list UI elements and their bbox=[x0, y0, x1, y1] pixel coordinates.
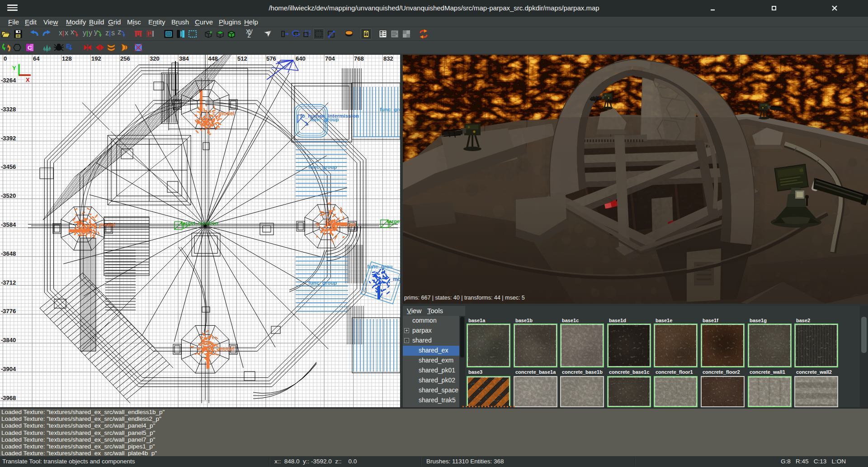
svg-text:_mod: _mod bbox=[389, 276, 400, 282]
svg-text:func_group: func_group bbox=[308, 164, 337, 170]
svg-text:-3776: -3776 bbox=[1, 308, 16, 315]
svg-text:192: 192 bbox=[91, 55, 101, 62]
svg-text:X: X bbox=[26, 76, 30, 83]
svg-text:512: 512 bbox=[237, 55, 247, 62]
svg-text:sc_model: sc_model bbox=[90, 222, 115, 228]
svg-text:z: z bbox=[105, 29, 109, 37]
svg-text:func_group: func_group bbox=[310, 117, 339, 122]
svg-text:x: x bbox=[71, 29, 74, 36]
svg-text:320: 320 bbox=[150, 55, 160, 62]
svg-text:-3264: -3264 bbox=[1, 77, 16, 84]
svg-text:target_location: target_location bbox=[181, 220, 218, 226]
svg-text:-3904: -3904 bbox=[1, 366, 16, 372]
svg-text:-3328: -3328 bbox=[1, 106, 16, 113]
svg-text:-3840: -3840 bbox=[1, 337, 16, 343]
svg-text:-3648: -3648 bbox=[1, 250, 16, 257]
svg-text:y: y bbox=[94, 29, 98, 36]
svg-text:x: x bbox=[65, 29, 68, 37]
svg-text:_model: _model bbox=[336, 222, 355, 228]
svg-text:target_lo: target_lo bbox=[387, 219, 400, 224]
svg-text:64: 64 bbox=[33, 55, 40, 62]
svg-text:-3712: -3712 bbox=[1, 279, 16, 286]
svg-text:_model: _model bbox=[215, 346, 235, 352]
svg-text:z: z bbox=[247, 31, 251, 39]
svg-text:C: C bbox=[28, 44, 32, 51]
svg-text:-3584: -3584 bbox=[1, 221, 16, 228]
svg-text:Y: Y bbox=[12, 65, 16, 71]
svg-text:x: x bbox=[59, 29, 62, 37]
svg-text:-3520: -3520 bbox=[1, 192, 16, 199]
svg-text:128: 128 bbox=[62, 55, 72, 62]
svg-text:-3968: -3968 bbox=[1, 395, 16, 401]
svg-text:s: s bbox=[111, 29, 115, 37]
svg-text:z: z bbox=[118, 29, 121, 36]
svg-text:-3456: -3456 bbox=[1, 163, 16, 170]
svg-text:576: 576 bbox=[266, 55, 276, 62]
svg-text:y: y bbox=[83, 29, 86, 37]
svg-text:-3392: -3392 bbox=[1, 135, 16, 142]
svg-text:384: 384 bbox=[179, 55, 189, 62]
svg-text:704: 704 bbox=[325, 55, 335, 62]
svg-text:832: 832 bbox=[383, 55, 393, 62]
svg-text:prims: 667 | states: 40 | tran: prims: 667 | states: 40 | transforms: 44… bbox=[404, 295, 525, 301]
svg-text:func_grou: func_grou bbox=[380, 107, 400, 112]
svg-text:0: 0 bbox=[4, 55, 7, 62]
svg-text:func_group: func_group bbox=[308, 280, 337, 286]
svg-text:640: 640 bbox=[296, 55, 306, 62]
svg-text:y: y bbox=[89, 29, 92, 37]
svg-text:768: 768 bbox=[354, 55, 364, 62]
svg-text:c_model: c_model bbox=[212, 110, 235, 117]
svg-text:256: 256 bbox=[120, 55, 130, 62]
